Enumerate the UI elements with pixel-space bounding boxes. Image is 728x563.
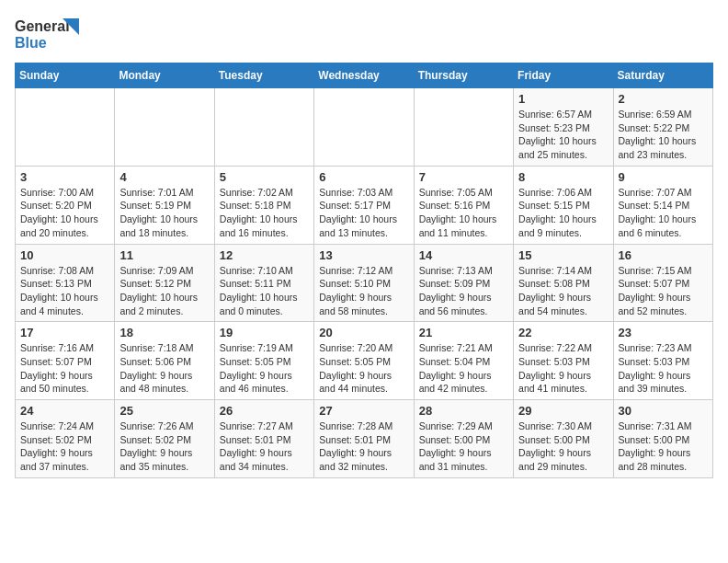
- day-number: 13: [319, 248, 408, 262]
- day-info: Sunrise: 7:20 AM Sunset: 5:05 PM Dayligh…: [319, 341, 408, 396]
- calendar-cell: 27Sunrise: 7:28 AM Sunset: 5:01 PM Dayli…: [314, 400, 414, 478]
- day-info: Sunrise: 7:31 AM Sunset: 5:00 PM Dayligh…: [619, 419, 708, 474]
- day-info: Sunrise: 7:07 AM Sunset: 5:14 PM Dayligh…: [619, 186, 708, 240]
- calendar-cell: 30Sunrise: 7:31 AM Sunset: 5:00 PM Dayli…: [613, 400, 712, 478]
- calendar-cell: 20Sunrise: 7:20 AM Sunset: 5:05 PM Dayli…: [314, 322, 414, 400]
- calendar-cell: [115, 88, 214, 167]
- calendar-cell: 14Sunrise: 7:13 AM Sunset: 5:09 PM Dayli…: [414, 244, 513, 322]
- day-info: Sunrise: 7:16 AM Sunset: 5:07 PM Dayligh…: [20, 341, 109, 396]
- day-number: 9: [619, 170, 708, 184]
- day-number: 18: [119, 326, 209, 339]
- day-number: 11: [119, 248, 209, 262]
- calendar-cell: 29Sunrise: 7:30 AM Sunset: 5:00 PM Dayli…: [514, 400, 613, 478]
- day-number: 17: [20, 326, 109, 339]
- calendar-table: SundayMondayTuesdayWednesdayThursdayFrid…: [15, 63, 713, 478]
- day-number: 27: [319, 404, 408, 418]
- calendar-cell: [314, 88, 414, 167]
- calendar-cell: 10Sunrise: 7:08 AM Sunset: 5:13 PM Dayli…: [16, 244, 115, 322]
- weekday-header-saturday: Saturday: [613, 63, 712, 88]
- calendar-cell: 4Sunrise: 7:01 AM Sunset: 5:19 PM Daylig…: [115, 166, 214, 244]
- day-number: 28: [419, 404, 508, 418]
- day-number: 1: [518, 92, 608, 106]
- calendar-cell: 9Sunrise: 7:07 AM Sunset: 5:14 PM Daylig…: [613, 166, 712, 244]
- calendar-cell: 7Sunrise: 7:05 AM Sunset: 5:16 PM Daylig…: [414, 166, 513, 244]
- calendar-cell: 15Sunrise: 7:14 AM Sunset: 5:08 PM Dayli…: [514, 244, 613, 322]
- logo-icon: GeneralBlue: [15, 15, 88, 52]
- day-info: Sunrise: 7:03 AM Sunset: 5:17 PM Dayligh…: [319, 186, 408, 240]
- day-number: 20: [319, 326, 408, 339]
- calendar-cell: 8Sunrise: 7:06 AM Sunset: 5:15 PM Daylig…: [514, 166, 613, 244]
- calendar-cell: 24Sunrise: 7:24 AM Sunset: 5:02 PM Dayli…: [16, 400, 115, 478]
- day-number: 23: [619, 326, 708, 339]
- calendar-cell: 19Sunrise: 7:19 AM Sunset: 5:05 PM Dayli…: [214, 322, 313, 400]
- day-info: Sunrise: 7:15 AM Sunset: 5:07 PM Dayligh…: [619, 264, 708, 318]
- day-info: Sunrise: 7:10 AM Sunset: 5:11 PM Dayligh…: [220, 264, 309, 318]
- day-number: 8: [518, 170, 608, 184]
- calendar-header-row: SundayMondayTuesdayWednesdayThursdayFrid…: [16, 63, 713, 88]
- calendar-cell: 17Sunrise: 7:16 AM Sunset: 5:07 PM Dayli…: [16, 322, 115, 400]
- day-number: 4: [119, 170, 209, 184]
- day-number: 16: [619, 248, 708, 262]
- day-number: 19: [220, 326, 309, 339]
- calendar-week-3: 10Sunrise: 7:08 AM Sunset: 5:13 PM Dayli…: [16, 244, 713, 322]
- calendar-cell: 13Sunrise: 7:12 AM Sunset: 5:10 PM Dayli…: [314, 244, 414, 322]
- day-info: Sunrise: 7:27 AM Sunset: 5:01 PM Dayligh…: [220, 419, 309, 474]
- day-number: 10: [20, 248, 109, 262]
- logo: GeneralBlue: [15, 15, 88, 52]
- day-info: Sunrise: 7:13 AM Sunset: 5:09 PM Dayligh…: [419, 264, 508, 318]
- page-header: GeneralBlue: [15, 15, 713, 52]
- day-number: 15: [518, 248, 608, 262]
- day-info: Sunrise: 6:57 AM Sunset: 5:23 PM Dayligh…: [518, 108, 608, 162]
- calendar-cell: 12Sunrise: 7:10 AM Sunset: 5:11 PM Dayli…: [214, 244, 313, 322]
- day-number: 14: [419, 248, 508, 262]
- day-number: 5: [220, 170, 309, 184]
- day-info: Sunrise: 7:30 AM Sunset: 5:00 PM Dayligh…: [518, 419, 608, 474]
- calendar-week-2: 3Sunrise: 7:00 AM Sunset: 5:20 PM Daylig…: [16, 166, 713, 244]
- day-info: Sunrise: 7:14 AM Sunset: 5:08 PM Dayligh…: [518, 264, 608, 318]
- svg-text:Blue: Blue: [15, 35, 47, 51]
- day-number: 25: [119, 404, 209, 418]
- day-number: 29: [518, 404, 608, 418]
- day-info: Sunrise: 7:12 AM Sunset: 5:10 PM Dayligh…: [319, 264, 408, 318]
- day-info: Sunrise: 7:22 AM Sunset: 5:03 PM Dayligh…: [518, 341, 608, 396]
- calendar-cell: 3Sunrise: 7:00 AM Sunset: 5:20 PM Daylig…: [16, 166, 115, 244]
- calendar-cell: [16, 88, 115, 167]
- day-info: Sunrise: 7:23 AM Sunset: 5:03 PM Dayligh…: [619, 341, 708, 396]
- day-info: Sunrise: 7:09 AM Sunset: 5:12 PM Dayligh…: [119, 264, 209, 318]
- calendar-cell: 18Sunrise: 7:18 AM Sunset: 5:06 PM Dayli…: [115, 322, 214, 400]
- day-info: Sunrise: 7:28 AM Sunset: 5:01 PM Dayligh…: [319, 419, 408, 474]
- day-info: Sunrise: 6:59 AM Sunset: 5:22 PM Dayligh…: [619, 108, 708, 162]
- day-number: 3: [20, 170, 109, 184]
- day-info: Sunrise: 7:02 AM Sunset: 5:18 PM Dayligh…: [220, 186, 309, 240]
- day-number: 7: [419, 170, 508, 184]
- calendar-cell: [214, 88, 313, 167]
- day-info: Sunrise: 7:29 AM Sunset: 5:00 PM Dayligh…: [419, 419, 508, 474]
- calendar-cell: 28Sunrise: 7:29 AM Sunset: 5:00 PM Dayli…: [414, 400, 513, 478]
- calendar-cell: 5Sunrise: 7:02 AM Sunset: 5:18 PM Daylig…: [214, 166, 313, 244]
- day-number: 22: [518, 326, 608, 339]
- day-number: 26: [220, 404, 309, 418]
- calendar-cell: 2Sunrise: 6:59 AM Sunset: 5:22 PM Daylig…: [613, 88, 712, 167]
- calendar-cell: [414, 88, 513, 167]
- calendar-cell: 22Sunrise: 7:22 AM Sunset: 5:03 PM Dayli…: [514, 322, 613, 400]
- day-info: Sunrise: 7:05 AM Sunset: 5:16 PM Dayligh…: [419, 186, 508, 240]
- weekday-header-sunday: Sunday: [16, 63, 115, 88]
- day-info: Sunrise: 7:26 AM Sunset: 5:02 PM Dayligh…: [119, 419, 209, 474]
- day-number: 24: [20, 404, 109, 418]
- calendar-cell: 6Sunrise: 7:03 AM Sunset: 5:17 PM Daylig…: [314, 166, 414, 244]
- calendar-cell: 21Sunrise: 7:21 AM Sunset: 5:04 PM Dayli…: [414, 322, 513, 400]
- day-info: Sunrise: 7:21 AM Sunset: 5:04 PM Dayligh…: [419, 341, 508, 396]
- calendar-cell: 25Sunrise: 7:26 AM Sunset: 5:02 PM Dayli…: [115, 400, 214, 478]
- calendar-week-4: 17Sunrise: 7:16 AM Sunset: 5:07 PM Dayli…: [16, 322, 713, 400]
- day-info: Sunrise: 7:01 AM Sunset: 5:19 PM Dayligh…: [119, 186, 209, 240]
- weekday-header-friday: Friday: [514, 63, 613, 88]
- day-info: Sunrise: 7:06 AM Sunset: 5:15 PM Dayligh…: [518, 186, 608, 240]
- calendar-cell: 23Sunrise: 7:23 AM Sunset: 5:03 PM Dayli…: [613, 322, 712, 400]
- day-number: 21: [419, 326, 508, 339]
- day-info: Sunrise: 7:08 AM Sunset: 5:13 PM Dayligh…: [20, 264, 109, 318]
- calendar-week-1: 1Sunrise: 6:57 AM Sunset: 5:23 PM Daylig…: [16, 88, 713, 167]
- weekday-header-wednesday: Wednesday: [314, 63, 414, 88]
- day-number: 6: [319, 170, 408, 184]
- calendar-cell: 11Sunrise: 7:09 AM Sunset: 5:12 PM Dayli…: [115, 244, 214, 322]
- day-info: Sunrise: 7:18 AM Sunset: 5:06 PM Dayligh…: [119, 341, 209, 396]
